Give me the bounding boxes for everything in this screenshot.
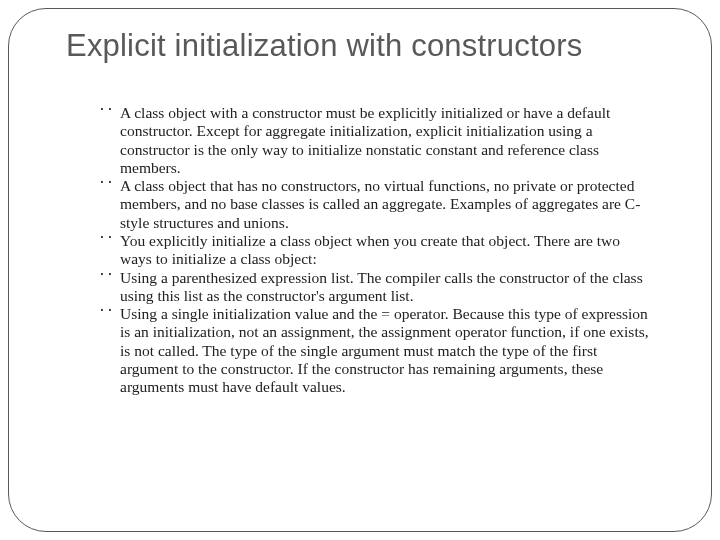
list-item: ་་ Using a parenthesized expression list… <box>98 269 654 306</box>
slide: Explicit initialization with constructor… <box>0 0 720 540</box>
bullet-icon: ་་ <box>98 270 120 288</box>
bullet-text: A class object that has no constructors,… <box>120 177 654 232</box>
slide-title: Explicit initialization with constructor… <box>66 28 688 64</box>
bullet-text: You explicitly initialize a class object… <box>120 232 654 269</box>
list-item: ་་ You explicitly initialize a class obj… <box>98 232 654 269</box>
bullet-icon: ་་ <box>98 105 120 123</box>
list-item: ་་ A class object with a constructor mus… <box>98 104 654 177</box>
slide-content: ་་ A class object with a constructor mus… <box>98 104 654 397</box>
bullet-icon: ་་ <box>98 306 120 324</box>
bullet-icon: ་་ <box>98 233 120 251</box>
bullet-text: Using a parenthesized expression list. T… <box>120 269 654 306</box>
bullet-text: A class object with a constructor must b… <box>120 104 654 177</box>
list-item: ་་ A class object that has no constructo… <box>98 177 654 232</box>
list-item: ་་ Using a single initialization value a… <box>98 305 654 396</box>
bullet-icon: ་་ <box>98 178 120 196</box>
bullet-text: Using a single initialization value and … <box>120 305 654 396</box>
